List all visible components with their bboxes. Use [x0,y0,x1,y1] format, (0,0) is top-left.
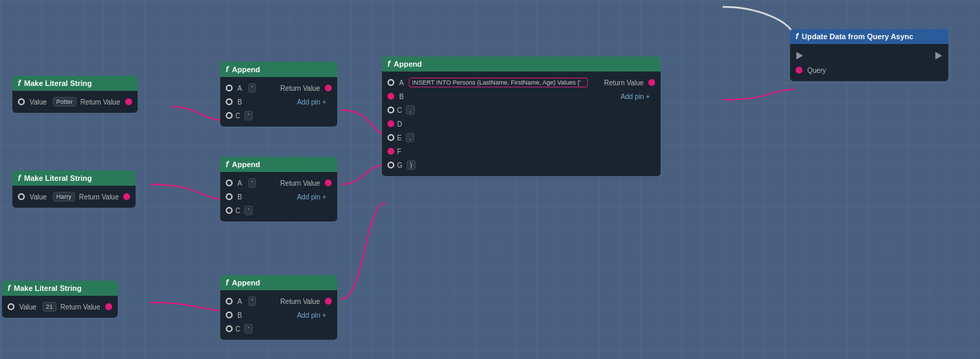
append-title-3: Append [232,279,260,287]
append-func-icon-2: f [226,160,228,169]
update-data-header: f Update Data from Query Async [790,29,948,44]
append-header-3: f Append [220,275,337,290]
large-add-pin[interactable]: Add pin + [615,91,656,102]
make-literal-string-2: f Make Literal String Value Harry Return… [12,171,136,208]
large-return-pin [648,79,655,86]
append3-return-pin [325,298,332,305]
value-pin-in-2 [18,193,25,200]
node-header-3: f Make Literal String [2,281,118,296]
append3-pin-a [226,298,233,305]
node-header-2: f Make Literal String [12,171,136,186]
func-icon-2: f [18,173,21,183]
func-icon-3: f [8,283,10,293]
exec-in-arrow [796,52,803,59]
append2-pin-b [226,193,233,200]
append1-return-pin [325,85,332,91]
append2-return-pin [325,180,332,186]
append-large-header: f Append [382,56,661,72]
large-pin-d [387,120,394,127]
append1-pin-c [226,112,233,119]
large-pin-e [387,134,394,141]
value-pin-in-1 [18,98,25,105]
return-pin-3 [105,303,112,310]
large-pin-f [387,148,394,155]
append-func-icon-1: f [226,65,228,74]
append-node-3: f Append A ' Return Value B Add pin + [220,275,337,340]
node-header-1: f Make Literal String [12,76,138,91]
append3-pin-b [226,312,233,318]
query-pin-in [796,67,802,74]
return-pin-1 [125,98,132,105]
append-header-2: f Append [220,157,337,172]
func-icon-1: f [18,78,21,88]
append-func-icon-3: f [226,278,228,287]
large-a-input[interactable] [409,78,588,87]
append-title-2: Append [232,160,260,168]
return-pin-2 [123,193,130,200]
append-node-large: f Append A Return Value B Add pin + [382,56,661,176]
make-literal-string-3: f Make Literal String Value 21 Return Va… [2,281,118,318]
append-large-title: Append [394,60,422,68]
append-node-2: f Append A ' Return Value B Add pin + [220,157,337,221]
value-pin-in-3 [8,303,14,310]
append2-pin-c [226,207,233,214]
append2-pin-a [226,180,233,186]
large-pin-g [387,162,394,168]
append2-add-pin[interactable]: Add pin + [291,192,332,202]
update-data-node: f Update Data from Query Async Query [790,29,948,81]
large-pin-c [387,107,394,113]
append-node-1: f Append A ' Return Value B Add pin + [220,62,337,127]
append3-pin-c [226,325,233,332]
append1-add-pin[interactable]: Add pin + [291,97,332,107]
append-title-1: Append [232,65,260,74]
append-header-1: f Append [220,62,337,77]
large-pin-a [387,79,394,86]
make-literal-string-1: f Make Literal String Value Potter Retur… [12,76,138,113]
node-title-2: Make Literal String [24,174,92,182]
append1-pin-a [226,85,233,91]
update-func-icon: f [796,32,798,41]
update-data-title: Update Data from Query Async [802,32,913,41]
append-large-func-icon: f [387,59,390,69]
append1-pin-b [226,98,233,105]
large-pin-b [387,93,394,100]
node-title-1: Make Literal String [24,79,92,87]
node-title-3: Make Literal String [14,284,81,292]
exec-out-arrow [935,52,942,59]
append3-add-pin[interactable]: Add pin + [291,310,332,320]
